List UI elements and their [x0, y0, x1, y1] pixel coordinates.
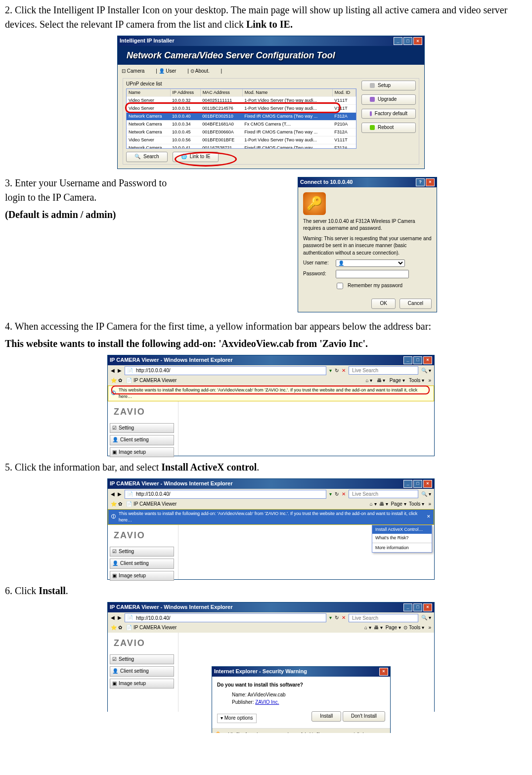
step-3-text: 3. Enter your Username and Password to l…: [5, 176, 183, 205]
remember-label: Remember my password: [348, 282, 402, 290]
home-icon[interactable]: ⌂: [365, 378, 368, 383]
more-info-item[interactable]: More information: [372, 544, 432, 552]
print-icon[interactable]: 🖶: [377, 378, 382, 383]
search-box[interactable]: [349, 366, 418, 375]
minimize-icon[interactable]: _: [403, 603, 412, 611]
stop-icon[interactable]: ✕: [342, 367, 346, 375]
url-input[interactable]: [135, 491, 324, 497]
table-row[interactable]: Video Server10.0.0.310011BC2145761-Port …: [127, 105, 356, 113]
minimize-icon[interactable]: _: [394, 37, 402, 45]
keys-icon: 🔑: [303, 192, 326, 215]
sw-name-value: AxVideoView.cab: [248, 692, 286, 697]
minimize-icon[interactable]: _: [403, 480, 412, 488]
gear-icon: [370, 111, 372, 116]
tools-menu[interactable]: Tools ▾: [409, 378, 424, 383]
installer-banner: Network Camera/Video Server Configuratio…: [118, 46, 424, 65]
info-bar-selected[interactable]: ⓘ This website wants to install the foll…: [108, 509, 434, 525]
client-setting-button[interactable]: 👤 Client setting: [110, 435, 174, 445]
link-to-ie-button[interactable]: 🌐 Link to IE: [173, 152, 219, 162]
factory-default-button[interactable]: Factory default: [361, 109, 416, 119]
close-icon[interactable]: ×: [423, 356, 432, 364]
sw-publisher-link[interactable]: ZAVIO Inc.: [255, 699, 279, 705]
more-options-button[interactable]: ▾ More options: [217, 714, 257, 723]
search-input[interactable]: [351, 367, 416, 374]
tab-camera[interactable]: Camera: [127, 68, 145, 74]
step-2-text: 2. Click the Intelligent IP Installer Ic…: [5, 3, 532, 32]
setup-button[interactable]: Setup: [361, 81, 416, 91]
login-titlebar: Connect to 10.0.0.40 ? ×: [298, 177, 437, 187]
close-icon[interactable]: ×: [423, 480, 432, 488]
close-icon[interactable]: ×: [426, 178, 435, 186]
url-input[interactable]: [135, 367, 324, 374]
table-row[interactable]: Network Camera10.0.0.40001BFE002510Fixed…: [127, 113, 356, 121]
installer-title: Intelligent IP Installer: [120, 37, 174, 45]
go-icon[interactable]: ▾: [329, 367, 332, 375]
table-row[interactable]: Network Camera10.0.0.41001167538721Fixed…: [127, 144, 356, 149]
whats-risk-item[interactable]: What's the Risk?: [372, 534, 432, 542]
upgrade-button[interactable]: Upgrade: [361, 94, 416, 105]
installer-tabs: ⊡ Camera | 👤 User | ⊙ About. |: [118, 65, 424, 76]
setting-button[interactable]: ☑ Setting: [110, 547, 174, 557]
maximize-icon[interactable]: □: [403, 37, 412, 45]
search-button[interactable]: 🔍 Search: [126, 152, 168, 162]
maximize-icon[interactable]: □: [413, 603, 422, 611]
shield-icon: !: [215, 732, 221, 733]
close-icon[interactable]: ×: [423, 603, 432, 611]
close-icon[interactable]: ×: [379, 668, 388, 676]
client-setting-button[interactable]: 👤 Client setting: [110, 666, 174, 677]
col-modid: Mod. ID: [332, 89, 355, 97]
back-icon[interactable]: ◀: [111, 367, 115, 375]
address-bar[interactable]: 📄: [125, 366, 326, 376]
tab-about[interactable]: About.: [195, 68, 210, 74]
back-icon[interactable]: ◀: [111, 614, 115, 622]
table-row[interactable]: Video Server10.0.0.320040251111111-Port …: [127, 97, 356, 105]
back-icon[interactable]: ◀: [111, 491, 115, 498]
step-3-default: (Default is admin / admin): [5, 208, 183, 222]
url-input[interactable]: [135, 615, 324, 621]
setting-button[interactable]: ☑ Setting: [110, 654, 174, 665]
forward-icon[interactable]: ▶: [118, 614, 122, 622]
search-icon[interactable]: 🔍 ▾: [421, 367, 431, 375]
search-input[interactable]: [351, 615, 416, 621]
dont-install-button[interactable]: Don't Install: [343, 711, 385, 722]
login-warning: Warning: This server is requesting that …: [303, 235, 432, 257]
upgrade-icon: [370, 97, 375, 102]
ie-window-1: IP CAMERA Viewer - Windows Internet Expl…: [107, 355, 435, 456]
info-bar[interactable]: ⓘ This website wants to install the foll…: [108, 386, 434, 401]
ok-button[interactable]: OK: [371, 299, 395, 309]
tab-label[interactable]: IP CAMERA Viewer: [133, 378, 177, 383]
table-row[interactable]: Network Camera10.0.0.45001BFE00660AFixed…: [127, 129, 356, 136]
image-setup-button[interactable]: ▣ Image setup: [110, 679, 174, 689]
col-ip: IP Address: [170, 89, 200, 97]
ie-titlebar: IP CAMERA Viewer - Windows Internet Expl…: [108, 355, 434, 365]
tab-user[interactable]: User: [166, 68, 176, 74]
setting-button[interactable]: ☑ Setting: [110, 423, 174, 433]
security-question: Do you want to install this software?: [217, 682, 385, 689]
username-field[interactable]: 👤: [336, 259, 405, 267]
table-row[interactable]: Network Camera10.0.0.34004BFE1681A0Fx CM…: [127, 121, 356, 129]
minimize-icon[interactable]: _: [403, 356, 412, 364]
refresh-icon[interactable]: ↻: [335, 367, 339, 375]
infobar-close-icon[interactable]: ✕: [427, 514, 431, 520]
maximize-icon[interactable]: □: [413, 356, 422, 364]
forward-icon[interactable]: ▶: [118, 367, 122, 375]
search-input[interactable]: [351, 491, 416, 497]
table-row[interactable]: Video Server10.0.0.56001BFE001BFE1-Port …: [127, 136, 356, 144]
forward-icon[interactable]: ▶: [118, 491, 122, 498]
image-setup-button[interactable]: ▣ Image setup: [110, 447, 174, 458]
password-field[interactable]: [336, 270, 409, 278]
close-icon[interactable]: ×: [413, 37, 422, 45]
security-warning-text: While files from the Internet can be use…: [224, 732, 383, 733]
reboot-button[interactable]: Reboot: [361, 123, 416, 133]
image-setup-button[interactable]: ▣ Image setup: [110, 571, 174, 581]
maximize-icon[interactable]: □: [413, 480, 422, 488]
device-table[interactable]: Name IP Address MAC Address Mod. Name Mo…: [127, 89, 356, 149]
page-menu[interactable]: Page ▾: [390, 378, 405, 383]
help-icon[interactable]: ?: [416, 178, 425, 186]
client-setting-button[interactable]: 👤 Client setting: [110, 559, 174, 569]
cancel-button[interactable]: Cancel: [399, 299, 432, 309]
remember-checkbox[interactable]: [337, 283, 343, 289]
sw-name-label: Name:: [232, 692, 246, 697]
install-activex-item[interactable]: Install ActiveX Control…: [372, 525, 432, 534]
install-button[interactable]: Install: [311, 711, 341, 722]
